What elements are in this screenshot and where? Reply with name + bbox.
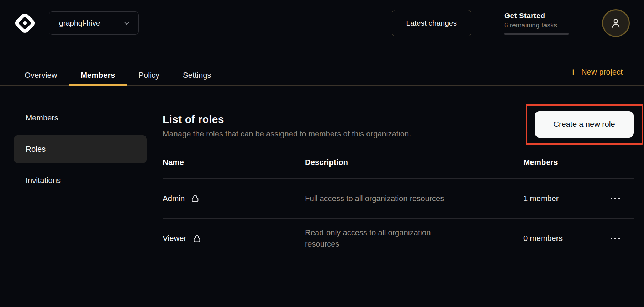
organization-selector[interactable]: graphql-hive [49,11,139,35]
app-header: graphql-hive Latest changes Get Started … [0,0,644,46]
row-actions-ellipsis-button[interactable] [607,234,624,243]
tab-settings[interactable]: Settings [171,71,223,85]
sidebar-item-invitations[interactable]: Invitations [14,167,147,194]
plus-icon: + [570,68,576,76]
role-actions-cell [597,194,634,203]
get-started-title: Get Started [504,11,569,20]
column-header-description: Description [305,158,523,167]
members-sidebar: Members Roles Invitations [14,104,147,307]
page-subtitle: Manage the roles that can be assigned to… [163,129,411,139]
user-icon [609,17,622,29]
role-members-count: 0 members [523,234,597,243]
column-header-members: Members [523,158,597,167]
latest-changes-button[interactable]: Latest changes [392,10,471,36]
get-started-progressbar [504,33,569,35]
app-root: graphql-hive Latest changes Get Started … [0,0,644,307]
new-project-label: New project [581,68,623,77]
chevron-down-icon [123,19,131,27]
roles-titles: List of roles Manage the roles that can … [163,113,411,139]
column-header-actions [597,158,634,167]
page-title: List of roles [163,113,411,126]
roles-panel: List of roles Manage the roles that can … [163,104,634,307]
table-row-viewer: Viewer Read-only access to all organizat… [163,219,634,258]
hive-logo-icon[interactable] [14,12,36,34]
get-started-widget[interactable]: Get Started 6 remaining tasks [504,11,569,35]
org-tabbar: Overview Members Policy Settings + New p… [0,46,644,86]
role-description: Full access to all organization resource… [305,193,461,204]
table-row-admin: Admin Full access to all organization re… [163,179,634,219]
sidebar-item-members[interactable]: Members [14,104,147,132]
ellipsis-icon [611,238,612,239]
role-name: Viewer [163,234,186,243]
members-page-content: Members Roles Invitations List of roles … [0,86,644,307]
organization-name: graphql-hive [59,19,100,27]
role-description: Read-only access to all organization res… [305,227,461,250]
column-header-name: Name [163,158,305,167]
roles-table-header: Name Description Members [163,158,634,179]
roles-heading-row: List of roles Manage the roles that can … [163,104,634,145]
tab-members[interactable]: Members [69,71,127,85]
roles-table: Name Description Members Admin [163,158,634,258]
sidebar-item-roles[interactable]: Roles [14,135,147,163]
lock-icon [192,234,202,243]
role-actions-cell [597,234,634,243]
create-role-button[interactable]: Create a new role [535,111,634,138]
tab-policy[interactable]: Policy [127,71,171,85]
role-name-cell: Viewer [163,234,305,243]
user-avatar-button[interactable] [602,9,630,37]
new-project-button[interactable]: + New project [570,68,623,85]
tab-overview[interactable]: Overview [13,71,69,85]
lock-icon [190,194,200,203]
get-started-subtitle: 6 remaining tasks [504,21,569,29]
role-name: Admin [163,194,185,203]
ellipsis-icon [611,198,612,199]
role-name-cell: Admin [163,194,305,203]
highlight-annotation-rectangle: Create a new role [526,104,643,145]
role-members-count: 1 member [523,194,597,203]
row-actions-ellipsis-button[interactable] [607,194,624,203]
